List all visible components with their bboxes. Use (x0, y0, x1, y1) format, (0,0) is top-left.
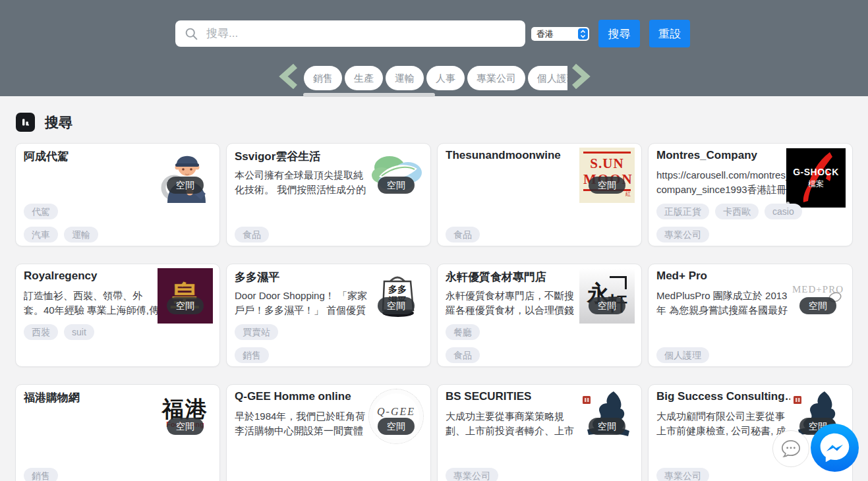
chat-button[interactable] (772, 430, 810, 468)
category-tab[interactable]: 人事 (426, 66, 465, 90)
tag-chip[interactable]: 食品 (446, 227, 480, 242)
company-card[interactable]: BS SECURITIES 大成功主要從事商業策略規劃、上市前投資者轉介、上市相… (437, 384, 642, 481)
space-badge[interactable]: 空間 (589, 177, 625, 194)
company-description: Door Door Shopping！ 「家家戶戶！多多濕平！」 首個優質星級 (235, 289, 370, 318)
sun-moon-wine-logo: S.UN MOON 紅 (579, 148, 635, 203)
tag-chip[interactable]: 代駕 (24, 204, 58, 219)
wing-hin-logo: 永 軒 (579, 268, 635, 324)
company-card[interactable]: 福港購物網 福港 Fook Kong 空間 銷售 (15, 384, 220, 481)
tag-row: 汽車 運輸 (24, 227, 98, 242)
tag-chip[interactable]: 銷售 (235, 347, 269, 363)
results-grid: 阿成代駕 空間 代駕 汽車 運輸 (15, 143, 853, 481)
search-icon (185, 27, 198, 41)
space-badge[interactable]: 空間 (799, 297, 836, 314)
shopping-bag-logo: 多多 濕平 (368, 268, 424, 324)
tag-row: 專業公司 (446, 468, 498, 481)
company-card[interactable]: Royalregency 訂造恤衫、西裝、領帶、外套。40年經驗 專業上海師傅,… (15, 264, 220, 367)
tag-chip[interactable]: 專業公司 (656, 468, 709, 481)
logo-text: 福港 (158, 398, 213, 420)
category-tab[interactable]: 專業公司 (467, 66, 525, 90)
tag-chip[interactable]: casio (765, 204, 802, 219)
tag-row: 銷售 (24, 468, 58, 481)
reset-button[interactable]: 重設 (649, 20, 690, 47)
space-badge[interactable]: 空間 (167, 418, 204, 435)
tag-row: 代駕 (24, 204, 58, 219)
bar-chart-icon (16, 113, 35, 132)
logo-text: 多多 (383, 284, 412, 295)
logo-text: MED+PRO (790, 284, 846, 295)
tag-row: 食品 (235, 227, 269, 242)
company-name: Thesunandmoonwine (446, 149, 561, 162)
space-badge[interactable]: 空間 (589, 297, 625, 314)
tabs-scrollbar-thumb[interactable] (303, 93, 435, 97)
tag-chip[interactable]: 正版正貨 (656, 204, 709, 219)
category-tab[interactable]: 運輸 (386, 66, 424, 90)
space-badge[interactable]: 空間 (378, 418, 415, 435)
logo-text: S.UN (583, 156, 631, 171)
chat-bubble-icon (772, 430, 810, 468)
company-card[interactable]: Thesunandmoonwine S.UN MOON 紅 空間 食品 (437, 143, 642, 246)
category-tabs: 銷售 生產 運輸 人事 專業公司 個人護理 (304, 66, 567, 90)
tag-chip[interactable]: 餐廳 (446, 324, 480, 340)
tag-chip[interactable]: 買賣站 (235, 324, 278, 340)
chevron-right-icon (568, 63, 592, 90)
search-input[interactable] (205, 26, 525, 41)
company-description: 大成功主要從事商業策略規劃、上市前投資者轉介、上市相關會 (446, 409, 581, 439)
region-select-value: 香港 (536, 28, 554, 40)
tag-chip[interactable]: 食品 (446, 347, 480, 363)
driver-illustration-logo (158, 148, 213, 203)
tag-chip[interactable]: 西裝 (24, 324, 58, 340)
company-card[interactable]: Q-GEE Homme online 早於1984年，我們已於旺角荷李活購物中心… (226, 384, 431, 481)
search-button[interactable]: 搜尋 (598, 20, 640, 47)
space-badge[interactable]: 空間 (167, 177, 204, 194)
company-description: 永軒優質食材專門店，不斷搜羅各種優質食材，以合理價錢提供 (446, 289, 581, 318)
tag-chip[interactable]: 運輸 (64, 227, 98, 242)
space-badge[interactable]: 空間 (378, 297, 415, 314)
space-badge[interactable]: 空間 (589, 418, 625, 435)
category-tab[interactable]: 銷售 (304, 66, 342, 90)
tag-chip[interactable]: 食品 (235, 227, 269, 242)
tag-chip[interactable]: 專業公司 (446, 468, 498, 481)
company-description: 早於1984年，我們已於旺角荷李活購物中心開設第一間實體店。 (235, 409, 370, 439)
company-card[interactable]: Ssvigor雲谷生活 本公司擁有全球最頂尖提取純化技術。 我們按照活性成分的分… (226, 143, 431, 246)
tag-row: 正版正貨 卡西歐 casio (656, 204, 802, 219)
tag-chip[interactable]: 專業公司 (656, 227, 709, 242)
company-card[interactable]: 多多濕平 Door Door Shopping！ 「家家戶戶！多多濕平！」 首個… (226, 264, 431, 367)
company-name: 多多濕平 (235, 269, 279, 285)
company-description: MedPlusPro 團隊成立於 2013年 為您親身嘗試搜羅各國最好最有 (656, 289, 792, 318)
carousel-next-button[interactable] (568, 63, 592, 90)
tag-chip[interactable]: 汽車 (24, 227, 58, 242)
tag-row: 專業公司 (656, 468, 709, 481)
qgee-stamp-logo: Q-GEE (368, 389, 424, 444)
company-description: 本公司擁有全球最頂尖提取純化技術。 我們按照活性成分的分子 (235, 168, 370, 198)
messenger-icon (811, 424, 859, 472)
tag-row: 食品 (446, 227, 480, 242)
fook-kong-logo: 福港 Fook Kong (158, 389, 213, 444)
space-badge[interactable]: 空間 (167, 297, 204, 314)
messenger-button[interactable] (811, 424, 859, 472)
company-card[interactable]: 阿成代駕 空間 代駕 汽車 運輸 (15, 143, 220, 246)
logo-text: Q-GEE (377, 406, 415, 418)
tag-chip[interactable]: 卡西歐 (715, 204, 759, 219)
tag-row: 買賣站 (235, 324, 278, 340)
page-title: 搜尋 (45, 113, 72, 132)
company-name: BS SECURITIES (446, 390, 531, 403)
space-badge[interactable]: 空間 (378, 177, 415, 194)
ink-horse-logo (579, 389, 635, 444)
company-name: Royalregency (24, 269, 98, 283)
tag-chip[interactable]: 個人護理 (656, 347, 709, 363)
company-card[interactable]: 永軒優質食材專門店 永軒優質食材專門店，不斷搜羅各種優質食材，以合理價錢提供 永… (437, 264, 642, 367)
tag-chip[interactable]: 銷售 (24, 468, 58, 481)
company-card[interactable]: Med+ Pro MedPlusPro 團隊成立於 2013年 為您親身嘗試搜羅… (648, 264, 853, 367)
mouse-doodle-icon (790, 268, 846, 324)
tag-row: 專業公司 (656, 227, 709, 242)
logo-text: 檔案 (808, 179, 824, 190)
tag-row: 個人護理 (656, 347, 709, 363)
company-card[interactable]: Montres_Company https://carousell.com/mo… (648, 143, 853, 246)
carousel-prev-button[interactable] (277, 63, 301, 90)
category-tab[interactable]: 生產 (345, 66, 383, 90)
region-select[interactable]: 香港 (531, 27, 589, 41)
tag-chip[interactable]: suit (64, 324, 94, 340)
cloud-leaf-logo (368, 148, 424, 203)
category-tab[interactable]: 個人護理 (528, 66, 567, 90)
